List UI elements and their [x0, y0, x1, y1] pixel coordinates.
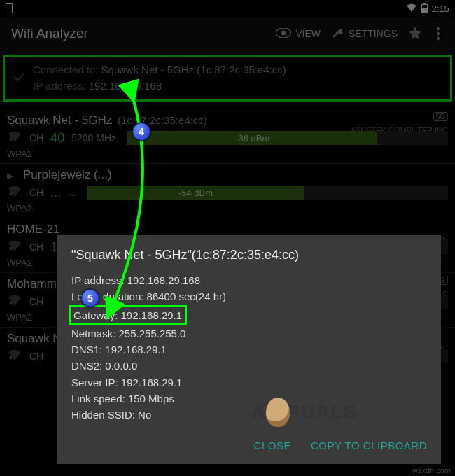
dialog-srv: 192.168.29.1: [121, 377, 183, 388]
dialog-ip: 192.168.29.168: [127, 274, 200, 286]
annotation-callout-5: 5: [81, 289, 99, 307]
dialog-dns2-label: DNS2:: [71, 360, 105, 372]
dialog-dns1: 192.168.29.1: [105, 344, 167, 356]
dialog-dns1-label: DNS1:: [71, 344, 105, 356]
dialog-ssid: "Squawk Net - 5GHz": [71, 248, 192, 262]
dialog-link: 150 Mbps: [128, 393, 174, 405]
dialog-link-label: Link speed:: [71, 393, 128, 405]
close-button[interactable]: CLOSE: [254, 440, 291, 451]
watermark-head-icon: [266, 398, 290, 427]
dialog-dns2: 0.0.0.0: [105, 360, 137, 372]
dialog-hidden-label: Hidden SSID:: [71, 409, 138, 421]
dialog-mask: 255.255.255.0: [119, 328, 186, 340]
dialog-srv-label: Server IP:: [71, 377, 121, 388]
dialog-mask-label: Netmask:: [71, 328, 119, 340]
network-details-dialog: "Squawk Net - 5GHz"(1c:87:2c:35:e4:cc) I…: [57, 235, 441, 464]
annotation-callout-4: 4: [132, 122, 150, 141]
dialog-title: "Squawk Net - 5GHz"(1c:87:2c:35:e4:cc): [71, 248, 427, 262]
dialog-hidden: No: [138, 409, 151, 421]
dialog-body: IP address: 192.168.29.168 Lease duratio…: [71, 272, 427, 423]
copy-to-clipboard-button[interactable]: COPY TO CLIPBOARD: [311, 440, 427, 451]
dialog-mac: (1c:87:2c:35:e4:cc): [192, 248, 299, 262]
watermark-pre: A: [251, 401, 266, 424]
dialog-ip-label: IP address:: [71, 274, 127, 286]
dialog-gw-label: Gateway:: [74, 309, 121, 321]
appuals-watermark: A PUALS: [251, 398, 357, 427]
gateway-highlight: Gateway: 192.168.29.1: [69, 305, 187, 326]
footer-watermark: wsxdn.com: [412, 466, 451, 475]
dialog-lease: 86400 sec(24 hr): [147, 290, 226, 302]
watermark-post: PUALS: [287, 401, 357, 424]
dialog-gw: 192.168.29.1: [121, 309, 183, 321]
